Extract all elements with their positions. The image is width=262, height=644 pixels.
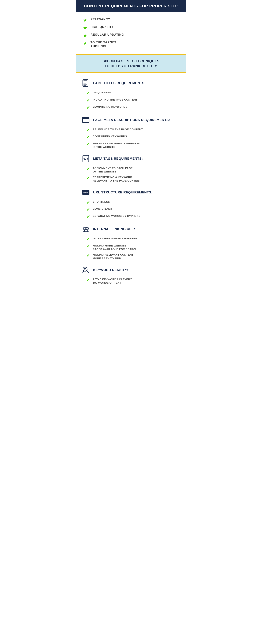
check-icon: ✔ xyxy=(87,98,90,103)
main-header-title: CONTENT REQUIREMENTS FOR PROPER SEO: xyxy=(81,4,181,8)
meta-tags-icon: </> xyxy=(81,154,90,163)
check-item: ✔ SHORTNESS xyxy=(87,200,181,205)
svg-line-24 xyxy=(87,271,89,273)
star-item: ★ REGULAR UPDATING xyxy=(83,33,179,38)
check-item: ✔ MAKING SEARCHERS INTERESTEDIN THE WEBS… xyxy=(87,142,181,149)
check-icon: ✔ xyxy=(87,142,90,147)
check-item: ✔ COMPRISING KEYWORDS xyxy=(87,105,181,110)
check-items-meta-tags: ✔ ASSIGNMENT TO EACH PAGEOF THE WEBSITE … xyxy=(81,166,181,182)
check-icon: ✔ xyxy=(87,244,90,249)
check-items-keyword-density: ✔ 2 TO 5 KEYWORDS IN EVERY100 WORDS OF T… xyxy=(81,278,181,285)
svg-text:WWW: WWW xyxy=(83,192,89,194)
meta-descriptions-icon xyxy=(81,116,90,124)
check-item: ✔ REPRESENTING A KEYWORDRELEVANT TO THE … xyxy=(87,176,181,182)
section-title-keyword-density: KEYWORD DENSITY: xyxy=(93,268,128,272)
svg-point-25 xyxy=(84,268,86,270)
svg-rect-3 xyxy=(84,83,86,84)
section-header-meta-tags: </> META TAGS REQUIREMENTS: xyxy=(81,154,181,163)
check-icon: ✔ xyxy=(87,128,90,133)
techniques-content: PAGE TITLES REQUIREMENTS: ✔ UNIQUENESS ✔… xyxy=(76,73,186,293)
svg-rect-5 xyxy=(84,85,86,86)
star-icon: ★ xyxy=(83,33,87,38)
check-icon: ✔ xyxy=(87,166,90,172)
section-title-meta-descriptions: PAGE META DESCRIPTIONS REQUIREMENTS: xyxy=(93,118,170,122)
star-item: ★ HIGH QUALITY xyxy=(83,25,179,30)
check-item-text: ASSIGNMENT TO EACH PAGEOF THE WEBSITE xyxy=(93,166,133,174)
check-item-text: UNIQUENESS xyxy=(93,91,111,94)
check-item-text: SEPARATING WORDS BY HYPHENS xyxy=(93,214,140,218)
section-title-internal-linking: INTERNAL LINKING USE: xyxy=(93,227,135,231)
check-item-text: MAKING MORE WEBSITEPAGES AVAILABLE FOR S… xyxy=(93,244,137,251)
star-icon: ★ xyxy=(83,18,87,23)
star-item-text: HIGH QUALITY xyxy=(91,25,114,29)
svg-rect-4 xyxy=(84,84,87,84)
svg-text:</>: </> xyxy=(83,157,89,160)
svg-rect-1 xyxy=(84,80,87,81)
page-titles-icon xyxy=(81,78,90,88)
check-icon: ✔ xyxy=(87,214,90,219)
star-item: ★ TO THE TARGETAUDIENCE xyxy=(83,40,179,48)
check-icon: ✔ xyxy=(87,207,90,212)
star-item: ★ RELEVANCY xyxy=(83,18,179,23)
section-keyword-density: KEYWORD DENSITY: ✔ 2 TO 5 KEYWORDS IN EV… xyxy=(81,265,181,285)
check-item-text: CONSISTENCY xyxy=(93,207,113,210)
check-item: ✔ UNIQUENESS xyxy=(87,91,181,96)
check-icon: ✔ xyxy=(87,200,90,205)
content-requirements-section: ★ RELEVANCY ★ HIGH QUALITY ★ REGULAR UPD… xyxy=(76,12,186,54)
section-internal-linking: INTERNAL LINKING USE: ✔ INCREASING WEBSI… xyxy=(81,224,181,260)
section-title-url-structure: URL STRUCTURE REQUIREMENTS: xyxy=(93,190,152,194)
check-item: ✔ INDICATING THE PAGE CONTENT xyxy=(87,98,181,103)
check-item-text: INDICATING THE PAGE CONTENT xyxy=(93,98,137,102)
main-header: CONTENT REQUIREMENTS FOR PROPER SEO: xyxy=(76,0,186,12)
svg-point-8 xyxy=(83,118,84,118)
check-item-text: REPRESENTING A KEYWORDRELEVANT TO THE PA… xyxy=(93,176,141,182)
check-item-text: 2 TO 5 KEYWORDS IN EVERY100 WORDS OF TEX… xyxy=(93,278,132,285)
check-items-url-structure: ✔ SHORTNESS ✔ CONSISTENCY ✔ SEPARATING W… xyxy=(81,200,181,219)
check-item: ✔ MAKING RELEVANT CONTENTMORE EASY TO FI… xyxy=(87,253,181,260)
svg-point-9 xyxy=(85,118,85,118)
svg-marker-16 xyxy=(87,195,88,196)
check-icon: ✔ xyxy=(87,105,90,110)
check-icon: ✔ xyxy=(87,253,90,258)
svg-point-17 xyxy=(83,227,86,230)
check-items-internal-linking: ✔ INCREASING WEBSITE RANKING ✔ MAKING MO… xyxy=(81,237,181,260)
section-url-structure: WWW URL STRUCTURE REQUIREMENTS: ✔ SHORTN… xyxy=(81,188,181,219)
check-item: ✔ MAKING MORE WEBSITEPAGES AVAILABLE FOR… xyxy=(87,244,181,251)
check-items-page-titles: ✔ UNIQUENESS ✔ INDICATING THE PAGE CONTE… xyxy=(81,91,181,110)
check-item: ✔ CONSISTENCY xyxy=(87,207,181,212)
svg-rect-10 xyxy=(83,120,88,120)
check-item: ✔ ASSIGNMENT TO EACH PAGEOF THE WEBSITE xyxy=(87,166,181,174)
check-item: ✔ INCREASING WEBSITE RANKING xyxy=(87,237,181,242)
star-item-text: TO THE TARGETAUDIENCE xyxy=(91,40,116,48)
section-header-page-titles: PAGE TITLES REQUIREMENTS: xyxy=(81,78,181,88)
check-item-text: COMPRISING KEYWORDS xyxy=(93,105,128,108)
check-item: ✔ CONTAINING KEYWORDS xyxy=(87,134,181,140)
section-header-keyword-density: KEYWORD DENSITY: xyxy=(81,265,181,274)
check-icon: ✔ xyxy=(87,176,90,180)
check-item-text: CONTAINING KEYWORDS xyxy=(93,134,127,138)
check-icon: ✔ xyxy=(87,278,90,283)
check-item-text: INCREASING WEBSITE RANKING xyxy=(93,237,137,240)
section-meta-descriptions: PAGE META DESCRIPTIONS REQUIREMENTS: ✔ R… xyxy=(81,116,181,149)
star-icon: ★ xyxy=(83,41,87,46)
star-item-text: RELEVANCY xyxy=(91,18,110,21)
svg-rect-2 xyxy=(84,82,87,82)
check-item: ✔ RELEVANCE TO THE PAGE CONTENT xyxy=(87,128,181,133)
check-item: ✔ 2 TO 5 KEYWORDS IN EVERY100 WORDS OF T… xyxy=(87,278,181,285)
section-header-url-structure: WWW URL STRUCTURE REQUIREMENTS: xyxy=(81,188,181,197)
six-techniques-title: SIX ON PAGE SEO TECHNIQUES TO HELP YOU R… xyxy=(81,59,181,68)
check-item-text: SHORTNESS xyxy=(93,200,110,204)
six-techniques-header: SIX ON PAGE SEO TECHNIQUES TO HELP YOU R… xyxy=(76,54,186,72)
check-item-text: MAKING SEARCHERS INTERESTEDIN THE WEBSIT… xyxy=(93,142,140,149)
internal-linking-icon xyxy=(81,224,90,234)
check-item: ✔ SEPARATING WORDS BY HYPHENS xyxy=(87,214,181,219)
section-header-meta-descriptions: PAGE META DESCRIPTIONS REQUIREMENTS: xyxy=(81,116,181,124)
check-icon: ✔ xyxy=(87,91,90,96)
section-title-meta-tags: META TAGS REQUIREMENTS: xyxy=(93,157,143,160)
check-icon: ✔ xyxy=(87,134,90,140)
url-structure-icon: WWW xyxy=(81,188,90,197)
check-items-meta-descriptions: ✔ RELEVANCE TO THE PAGE CONTENT ✔ CONTAI… xyxy=(81,128,181,149)
section-title-page-titles: PAGE TITLES REQUIREMENTS: xyxy=(93,81,145,85)
star-icon: ★ xyxy=(83,26,87,30)
svg-rect-11 xyxy=(83,121,87,121)
